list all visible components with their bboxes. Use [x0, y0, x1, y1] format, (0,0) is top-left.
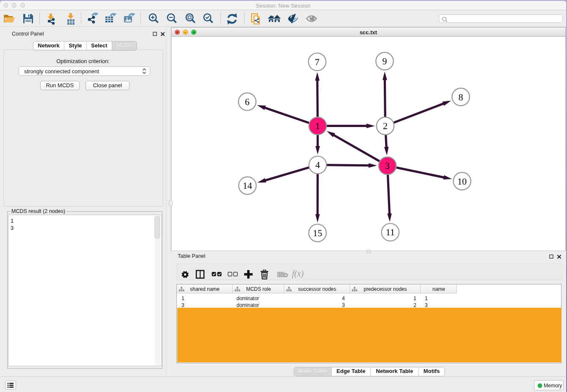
- svg-text:2: 2: [383, 121, 388, 131]
- svg-text:11: 11: [386, 227, 395, 237]
- svg-text:4: 4: [315, 160, 320, 170]
- svg-text:10: 10: [457, 176, 467, 187]
- svg-text:3: 3: [385, 160, 390, 171]
- svg-text:8: 8: [459, 92, 463, 102]
- svg-text:9: 9: [383, 56, 387, 66]
- svg-text:15: 15: [313, 228, 322, 238]
- svg-text:6: 6: [245, 97, 250, 107]
- svg-text:14: 14: [243, 180, 252, 191]
- svg-text:1: 1: [315, 121, 320, 131]
- svg-text:7: 7: [315, 57, 319, 67]
